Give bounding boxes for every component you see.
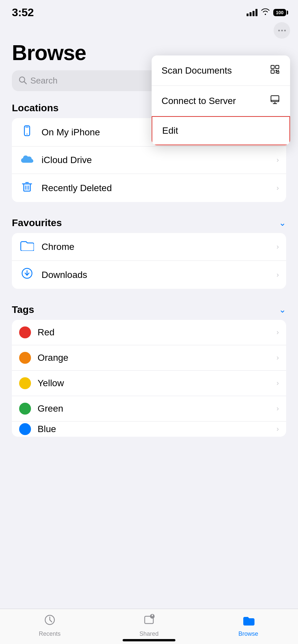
folder-icon: [19, 240, 35, 254]
green-dot: [19, 403, 31, 415]
tag-red[interactable]: Red ›: [12, 320, 286, 345]
recents-label: Recents: [39, 630, 61, 637]
chevron-right-icon: ›: [277, 328, 279, 337]
orange-dot: [19, 352, 31, 364]
signal-icon: [247, 9, 257, 16]
tags-section: Tags ⌄ Red › Orange › Yellow › Green ›: [0, 299, 298, 442]
wifi-icon: [261, 8, 270, 17]
scan-documents-icon: [270, 64, 280, 77]
more-dots-icon: [278, 30, 286, 31]
tab-bar: Recents Shared Browse: [0, 609, 298, 644]
search-icon: [18, 76, 27, 86]
dropdown-item-scan-documents[interactable]: Scan Documents: [152, 55, 290, 86]
chevron-right-icon: ›: [277, 184, 279, 192]
chrome-label: Chrome: [42, 242, 270, 252]
browse-icon: [242, 614, 254, 629]
status-bar: 3:52 100: [0, 0, 298, 22]
svg-rect-5: [271, 96, 279, 102]
browse-label: Browse: [238, 630, 258, 637]
tags-header: Tags ⌄: [12, 299, 286, 320]
favourites-list: Chrome › Downloads ›: [12, 233, 286, 289]
scan-documents-label: Scan Documents: [162, 65, 232, 76]
more-button[interactable]: [274, 22, 290, 39]
blue-dot: [19, 423, 31, 435]
phone-icon: [19, 125, 35, 140]
location-recently-deleted[interactable]: Recently Deleted ›: [12, 174, 286, 202]
connect-to-server-label: Connect to Server: [162, 96, 236, 106]
favourites-header: Favourites ⌄: [12, 213, 286, 233]
chevron-right-icon: ›: [277, 354, 279, 362]
locations-title: Locations: [12, 102, 59, 114]
tags-list: Red › Orange › Yellow › Green › Blue ›: [12, 320, 286, 437]
more-button-area: [0, 22, 298, 41]
dropdown-item-connect-to-server[interactable]: Connect to Server: [152, 86, 290, 116]
favourites-collapse-icon[interactable]: ⌄: [279, 218, 286, 228]
chevron-right-icon: ›: [277, 156, 279, 164]
chevron-right-icon: ›: [277, 425, 279, 433]
favourite-downloads[interactable]: Downloads ›: [12, 261, 286, 289]
svg-line-21: [50, 620, 52, 622]
status-icons: 100: [247, 8, 286, 17]
search-placeholder: Search: [30, 76, 57, 86]
dropdown-menu: Scan Documents Connect to Server: [152, 55, 290, 145]
svg-line-1: [24, 82, 26, 84]
tag-green[interactable]: Green ›: [12, 396, 286, 422]
svg-rect-3: [276, 65, 279, 69]
home-indicator: [123, 639, 175, 641]
orange-label: Orange: [38, 353, 270, 363]
chevron-right-icon: ›: [277, 243, 279, 251]
favourites-section: Favourites ⌄ Chrome › Downloads ›: [0, 213, 298, 294]
svg-rect-2: [271, 65, 274, 69]
tag-yellow[interactable]: Yellow ›: [12, 371, 286, 396]
favourite-chrome[interactable]: Chrome ›: [12, 233, 286, 261]
recently-deleted-label: Recently Deleted: [42, 183, 270, 193]
trash-icon: [19, 181, 35, 195]
location-icloud-drive[interactable]: iCloud Drive ›: [12, 147, 286, 174]
red-label: Red: [38, 327, 270, 338]
battery-icon: 100: [273, 9, 286, 16]
chevron-right-icon: ›: [277, 379, 279, 388]
tags-title: Tags: [12, 304, 34, 315]
favourites-title: Favourites: [12, 217, 62, 228]
tab-shared[interactable]: Shared: [99, 614, 198, 637]
chevron-right-icon: ›: [277, 271, 279, 279]
tags-collapse-icon[interactable]: ⌄: [279, 305, 286, 315]
shared-icon: [143, 614, 155, 629]
yellow-dot: [19, 377, 31, 389]
dropdown-item-edit[interactable]: Edit: [152, 116, 290, 145]
edit-label: Edit: [162, 125, 178, 136]
icloud-drive-label: iCloud Drive: [42, 155, 270, 165]
recents-icon: [44, 614, 56, 629]
blue-label: Blue: [38, 424, 270, 434]
download-icon: [19, 267, 35, 282]
green-label: Green: [38, 403, 270, 414]
chevron-right-icon: ›: [277, 404, 279, 413]
svg-point-24: [152, 615, 153, 616]
status-time: 3:52: [12, 6, 34, 19]
tag-blue[interactable]: Blue ›: [12, 422, 286, 437]
tab-recents[interactable]: Recents: [0, 614, 99, 637]
tag-orange[interactable]: Orange ›: [12, 345, 286, 371]
connect-to-server-icon: [270, 94, 280, 107]
downloads-label: Downloads: [42, 270, 270, 280]
svg-point-10: [27, 134, 28, 135]
shared-label: Shared: [139, 630, 159, 637]
yellow-label: Yellow: [38, 378, 270, 389]
tab-browse[interactable]: Browse: [199, 614, 298, 637]
svg-rect-4: [271, 70, 274, 73]
red-dot: [19, 326, 31, 338]
icloud-icon: [19, 153, 35, 167]
